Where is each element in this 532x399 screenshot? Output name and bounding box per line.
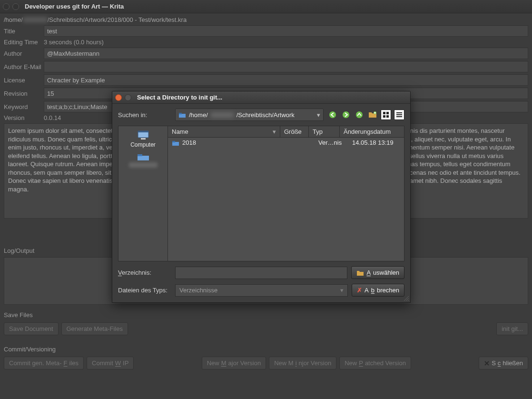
svg-rect-13 — [396, 112, 402, 113]
save-document-button[interactable]: Save Document — [4, 322, 59, 335]
column-name[interactable]: Name▾ — [168, 126, 280, 137]
folder-icon — [137, 152, 150, 161]
filetype-label: Dateien des Typs: — [118, 287, 171, 294]
filetype-select[interactable]: Verzeichnisse ▾ — [175, 284, 348, 297]
generate-meta-files-button[interactable]: Generate Meta-Files — [61, 322, 128, 335]
path-suffix: /Schreibtisch/Artwork — [236, 111, 295, 119]
file-area: Computer Name▾ Größe Typ Änderungsdatum — [118, 126, 404, 261]
close-icon — [484, 360, 490, 366]
file-path-suffix: /Schreibtisch/Artwork/2018/000 - Test/wo… — [48, 16, 187, 23]
close-button[interactable]: Schließen — [479, 357, 528, 369]
icons-view-icon[interactable] — [381, 110, 391, 120]
cancel-x-icon: ✗ — [357, 287, 362, 294]
svg-rect-12 — [386, 115, 389, 118]
sidebar-item-home[interactable] — [118, 150, 167, 170]
svg-rect-15 — [396, 116, 402, 117]
author-field[interactable]: @MaxMustermann — [44, 48, 528, 59]
redacted-user — [211, 112, 234, 118]
dialog-titlebar: Select a Directory to init git... — [112, 91, 410, 104]
commit-meta-files-button[interactable]: Commit gen. Meta-Files — [4, 357, 84, 369]
row-name: 2018 — [182, 139, 196, 146]
places-sidebar: Computer — [118, 126, 168, 261]
svg-rect-14 — [396, 114, 402, 115]
new-folder-icon[interactable] — [367, 110, 378, 120]
path-prefix: /home/ — [189, 111, 208, 119]
init-git-button[interactable]: init git... — [496, 322, 528, 335]
editing-time-value: 3 seconds (0.0 hours) — [44, 39, 528, 46]
computer-icon — [137, 130, 150, 140]
file-path-prefix: /home/ — [4, 16, 23, 23]
resize-grip-icon[interactable] — [403, 295, 409, 301]
chevron-down-icon: ▾ — [340, 287, 344, 294]
editing-time-label: Editing Time — [4, 39, 44, 46]
new-minor-version-button[interactable]: New Minjor Version — [269, 357, 336, 369]
main-titlebar: Developer uses git for Art — Krita — [0, 0, 532, 13]
author-email-label: Author E-Mail — [4, 63, 44, 70]
up-icon[interactable] — [354, 110, 365, 120]
svg-rect-18 — [141, 138, 146, 140]
choose-button[interactable]: Auswählen — [351, 266, 404, 279]
sidebar-item-computer[interactable]: Computer — [118, 128, 167, 150]
file-list: Name▾ Größe Typ Änderungsdatum 2018 Ver…… — [168, 126, 404, 261]
folder-open-icon — [178, 111, 186, 118]
svg-rect-20 — [172, 141, 175, 142]
svg-point-3 — [329, 111, 336, 118]
back-icon[interactable] — [327, 110, 338, 120]
window-minimize-icon[interactable] — [12, 3, 19, 10]
svg-rect-19 — [138, 154, 142, 156]
new-patched-version-button[interactable]: New Patched Version — [339, 357, 411, 369]
license-field[interactable]: Chracter by Example — [44, 74, 528, 86]
column-date[interactable]: Änderungsdatum — [340, 126, 404, 137]
svg-rect-10 — [386, 112, 389, 114]
save-files-label: Save Files — [4, 311, 528, 319]
directory-input[interactable] — [175, 267, 347, 279]
svg-line-23 — [408, 300, 409, 301]
row-type: Ver…nis — [318, 139, 349, 146]
svg-point-5 — [356, 111, 363, 118]
folder-icon — [172, 140, 179, 146]
search-in-label: Suchen in: — [118, 111, 171, 119]
license-label: License — [4, 77, 44, 84]
path-combobox[interactable]: /home//Schreibtisch/Artwork ▾ — [175, 109, 324, 121]
window-title: Developer uses git for Art — Krita — [25, 3, 124, 10]
folder-open-icon — [356, 269, 364, 276]
author-email-field[interactable] — [44, 61, 528, 72]
directory-label: Verzeichnis: — [118, 269, 171, 276]
list-view-icon[interactable] — [394, 110, 404, 120]
redacted-home-label — [129, 162, 158, 168]
title-label: Title — [4, 28, 44, 35]
column-type[interactable]: Typ — [309, 126, 340, 137]
sort-indicator-icon: ▾ — [273, 128, 276, 135]
svg-point-4 — [343, 111, 349, 118]
keyword-label: Keyword — [4, 103, 44, 110]
sidebar-item-label: Computer — [130, 141, 156, 148]
row-date: 14.05.18 13:19 — [352, 139, 400, 146]
new-major-version-button[interactable]: New Major Version — [202, 357, 266, 369]
svg-rect-2 — [179, 113, 182, 114]
list-item[interactable]: 2018 Ver…nis 14.05.18 13:19 — [168, 138, 404, 148]
dialog-close-icon[interactable] — [115, 94, 122, 101]
commit-versioning-label: Commit/Versioning — [4, 346, 528, 353]
list-header: Name▾ Größe Typ Änderungsdatum — [168, 126, 404, 138]
svg-rect-9 — [383, 112, 385, 114]
dialog-minimize-icon[interactable] — [125, 94, 131, 101]
chevron-down-icon: ▾ — [317, 111, 320, 119]
column-size[interactable]: Größe — [280, 126, 309, 137]
dialog-title: Select a Directory to init git... — [137, 94, 222, 101]
select-directory-dialog: Select a Directory to init git... Suchen… — [112, 91, 411, 303]
forward-icon[interactable] — [341, 110, 351, 120]
author-label: Author — [4, 50, 44, 57]
window-close-icon[interactable] — [3, 3, 10, 10]
file-path-row: /home//Schreibtisch/Artwork/2018/000 - T… — [4, 16, 528, 23]
cancel-button[interactable]: ✗ Abbrechen — [352, 284, 404, 297]
title-field[interactable]: test — [44, 25, 528, 37]
svg-rect-17 — [138, 131, 148, 132]
filetype-value: Verzeichnisse — [179, 287, 217, 294]
revision-label: Revision — [4, 90, 44, 97]
svg-rect-11 — [383, 115, 385, 118]
redacted-user — [23, 17, 48, 22]
commit-wip-button[interactable]: Commit WIP — [87, 357, 134, 369]
version-label: Version — [4, 114, 44, 121]
